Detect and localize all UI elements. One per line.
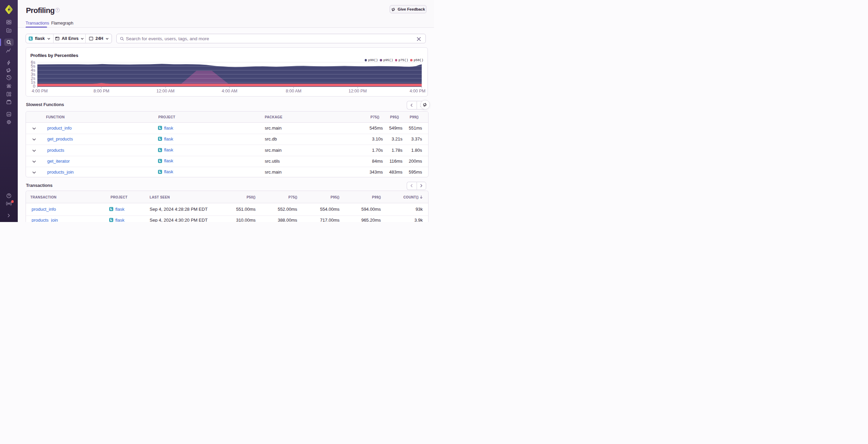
svg-text:12:00 AM: 12:00 AM xyxy=(157,89,175,93)
svg-text:8:00 AM: 8:00 AM xyxy=(286,89,302,93)
svg-text:8:00 PM: 8:00 PM xyxy=(93,89,110,93)
svg-text:6s: 6s xyxy=(31,60,35,65)
svg-text:4:00 PM: 4:00 PM xyxy=(32,89,48,93)
svg-text:12:00 PM: 12:00 PM xyxy=(348,89,367,93)
svg-text:4:00 PM: 4:00 PM xyxy=(409,89,425,93)
svg-text:4:00 AM: 4:00 AM xyxy=(222,89,237,93)
